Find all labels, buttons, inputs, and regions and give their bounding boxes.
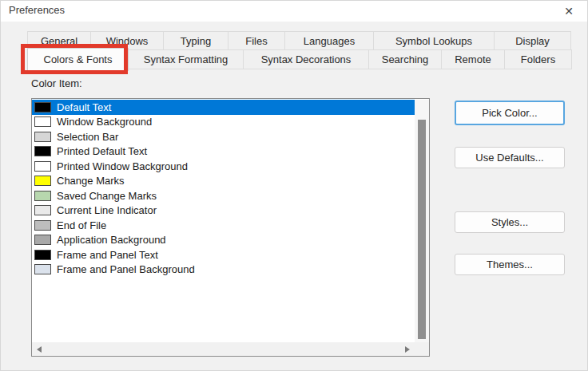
color-swatch-icon xyxy=(34,132,51,142)
use-defaults-button[interactable]: Use Defaults... xyxy=(455,147,565,168)
color-item-name: Frame and Panel Background xyxy=(57,263,195,275)
tab-label: General xyxy=(41,35,77,47)
tab-label: Windows xyxy=(106,35,149,47)
title-bar: Preferences ✕ xyxy=(1,1,587,22)
color-item-row[interactable]: End of File xyxy=(32,218,415,233)
tab[interactable]: Syntax Formatting xyxy=(128,49,244,69)
scrollbar-corner xyxy=(415,342,429,356)
horizontal-scrollbar[interactable] xyxy=(32,342,415,356)
tab-label: Syntax Decorations xyxy=(261,53,352,65)
color-swatch-icon xyxy=(34,102,51,112)
color-swatch-icon xyxy=(34,176,51,186)
tab[interactable]: Languages xyxy=(284,31,374,50)
color-item-row[interactable]: Default Text xyxy=(32,100,415,115)
tab-label: Languages xyxy=(304,35,355,47)
tab-label: Display xyxy=(515,35,550,47)
tab[interactable]: Syntax Decorations xyxy=(243,49,369,69)
color-item-name: Application Background xyxy=(57,234,166,246)
tab[interactable]: Symbol Lookups xyxy=(373,31,495,50)
close-button[interactable]: ✕ xyxy=(560,2,578,20)
color-swatch-icon xyxy=(34,116,51,127)
color-swatch-icon xyxy=(34,220,51,231)
tab-row-2: Colors & Fonts Syntax Formatting Syntax … xyxy=(27,50,577,71)
themes-button[interactable]: Themes... xyxy=(455,254,565,275)
color-item-name: Saved Change Marks xyxy=(57,190,157,202)
color-item-row[interactable]: Current Line Indicator xyxy=(32,203,415,219)
color-item-row[interactable]: Frame and Panel Background xyxy=(32,262,415,278)
vertical-scrollbar-thumb[interactable] xyxy=(418,120,426,339)
color-item-rows: Default Text Window Background Selection… xyxy=(32,100,415,342)
color-swatch-icon xyxy=(34,250,51,260)
color-item-name: Selection Bar xyxy=(57,131,118,143)
color-item-name: Change Marks xyxy=(57,175,125,187)
color-swatch-icon xyxy=(34,191,51,201)
color-item-listbox[interactable]: Default Text Window Background Selection… xyxy=(31,98,430,357)
tab[interactable]: Display xyxy=(494,31,571,50)
color-item-row[interactable]: Saved Change Marks xyxy=(32,188,415,203)
color-item-row[interactable]: Printed Default Text xyxy=(32,144,415,160)
color-swatch-icon xyxy=(34,205,51,215)
tab-label: Colors & Fonts xyxy=(44,53,113,65)
vertical-scrollbar[interactable] xyxy=(415,100,429,342)
scroll-right-arrow-icon[interactable] xyxy=(405,346,410,353)
tab-label: Syntax Formatting xyxy=(144,53,228,65)
tab-label: Searching xyxy=(382,53,429,65)
tab-label: Remote xyxy=(455,53,491,65)
color-item-row[interactable]: Application Background xyxy=(32,233,415,248)
tab-label: Files xyxy=(245,35,267,47)
color-item-name: Printed Default Text xyxy=(57,145,147,157)
color-item-row[interactable]: Selection Bar xyxy=(32,129,415,144)
pick-color-button[interactable]: Pick Color... xyxy=(455,101,565,125)
tab[interactable]: Folders xyxy=(504,49,572,69)
color-item-name: End of File xyxy=(57,219,106,231)
color-item-name: Printed Window Background xyxy=(57,160,188,172)
color-item-row[interactable]: Window Background xyxy=(32,115,415,130)
color-item-name: Window Background xyxy=(57,116,152,128)
styles-button[interactable]: Styles... xyxy=(455,211,565,233)
tab[interactable]: Typing xyxy=(163,31,228,50)
window-title: Preferences xyxy=(9,4,65,16)
color-item-label: Color Item: xyxy=(31,77,82,89)
tab-label: Folders xyxy=(521,53,555,65)
color-item-name: Frame and Panel Text xyxy=(57,249,158,261)
tab[interactable]: Files xyxy=(228,31,285,50)
color-item-row[interactable]: Frame and Panel Text xyxy=(32,247,415,262)
preferences-dialog: Preferences ✕ General Windows Typing xyxy=(0,0,588,371)
color-swatch-icon xyxy=(34,264,51,274)
scroll-left-arrow-icon[interactable] xyxy=(37,346,42,353)
tab[interactable]: Remote xyxy=(441,49,505,69)
color-item-name: Current Line Indicator xyxy=(57,204,157,216)
tab[interactable]: Searching xyxy=(368,49,442,69)
color-swatch-icon xyxy=(34,161,51,172)
tab-label: Symbol Lookups xyxy=(395,35,472,47)
color-item-name: Default Text xyxy=(57,101,111,113)
color-item-row[interactable]: Change Marks xyxy=(32,174,415,189)
close-icon: ✕ xyxy=(564,5,574,18)
color-swatch-icon xyxy=(34,235,51,245)
tab-label: Typing xyxy=(181,35,211,47)
color-item-row[interactable]: Printed Window Background xyxy=(32,159,415,174)
tab[interactable]: Colors & Fonts xyxy=(27,48,129,71)
tab-strip: General Windows Typing Files Languages xyxy=(27,31,577,71)
color-swatch-icon xyxy=(34,146,51,156)
